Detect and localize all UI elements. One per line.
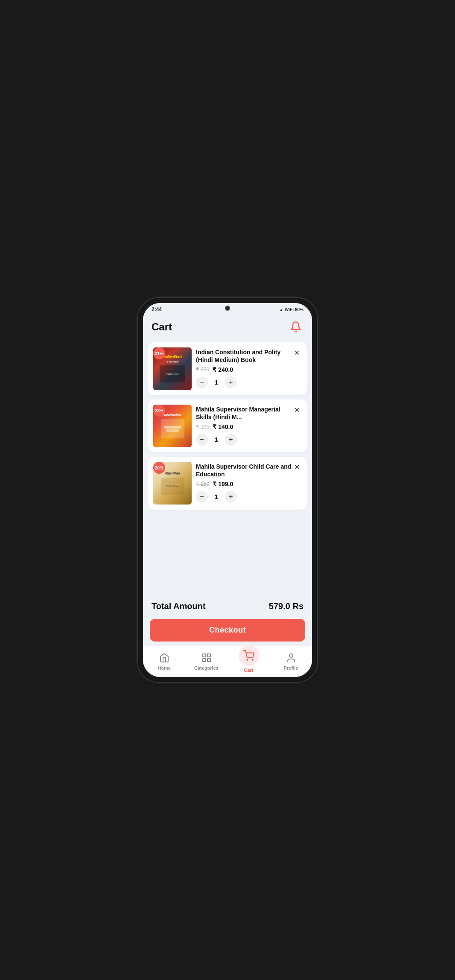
bell-icon[interactable] [288, 319, 303, 335]
nav-categories[interactable]: Categories [185, 652, 228, 671]
discount-badge-2: 28% [153, 405, 165, 417]
qty-value-2: 1 [213, 436, 220, 443]
original-price-1: ₹ 350 [196, 367, 209, 373]
quantity-control-3: − 1 + [196, 491, 302, 503]
status-time: 2:44 [152, 306, 162, 312]
svg-rect-1 [207, 654, 210, 657]
cart-item-2: 28% प्रबंधकीय कौशल Mah [148, 400, 307, 452]
qty-value-1: 1 [213, 379, 220, 386]
item-price-row-3: ₹ 250 ₹ 199.0 [196, 481, 302, 487]
nav-home-label: Home [158, 665, 171, 671]
phone-frame: 2:44 ▲ WiFi 80% Cart [138, 298, 317, 682]
nav-home[interactable]: Home [143, 652, 185, 671]
item-details-1: Indian Constitution and Polity (Hindi Me… [196, 347, 302, 388]
quantity-control-2: − 1 + [196, 434, 302, 446]
svg-point-4 [247, 659, 248, 660]
nav-profile-label: Profile [283, 665, 298, 671]
discount-badge-3: 20% [153, 462, 165, 474]
remove-item-2[interactable]: ✕ [292, 405, 302, 415]
nav-cart[interactable]: Cart [228, 650, 270, 673]
original-price-2: ₹ 195 [196, 424, 209, 430]
discounted-price-1: ₹ 240.0 [213, 366, 233, 373]
bottom-nav: Home Categories [143, 646, 312, 677]
wifi-icon: WiFi [285, 307, 294, 312]
page-title: Cart [152, 321, 172, 333]
header: Cart [143, 314, 312, 339]
item-name-2: Mahila Supervisor Managerial Skills (Hin… [196, 405, 302, 421]
item-name-1: Indian Constitution and Polity (Hindi Me… [196, 348, 302, 364]
remove-item-3[interactable]: ✕ [292, 462, 302, 472]
cart-item-3: 20% महिला पर्यवेक्षक Child Care Mahila S… [148, 457, 307, 510]
item-image-wrap-2: 28% प्रबंधकीय कौशल [153, 405, 192, 447]
item-name-3: Mahila Supervisor Child Care and Educati… [196, 463, 302, 478]
nav-cart-label: Cart [244, 668, 253, 673]
signal-icon: ▲ [279, 307, 283, 312]
home-icon [158, 652, 170, 664]
original-price-3: ₹ 250 [196, 481, 209, 487]
qty-decrease-3[interactable]: − [196, 491, 208, 503]
spacer [143, 513, 312, 595]
nav-profile[interactable]: Profile [270, 652, 312, 671]
qty-increase-3[interactable]: + [225, 491, 237, 503]
item-image-wrap-3: 20% महिला पर्यवेक्षक Child Care [153, 462, 192, 505]
discount-badge-1: 31% [153, 347, 165, 359]
discounted-price-3: ₹ 199.0 [213, 481, 233, 487]
status-icons: ▲ WiFi 80% [279, 307, 303, 312]
quantity-control-1: − 1 + [196, 376, 302, 388]
qty-decrease-1[interactable]: − [196, 376, 208, 388]
cart-nav-circle [239, 645, 259, 666]
item-price-row-1: ₹ 350 ₹ 240.0 [196, 366, 302, 373]
main-content: Cart 31% भारतीय संविधान [143, 314, 312, 677]
qty-increase-1[interactable]: + [225, 376, 237, 388]
discounted-price-2: ₹ 140.0 [213, 423, 233, 430]
total-amount: 579.0 Rs [269, 601, 303, 611]
battery-icon: 80% [295, 307, 303, 312]
svg-rect-3 [207, 659, 210, 662]
total-label: Total Amount [152, 601, 206, 611]
item-image-wrap-1: 31% भारतीय संविधान राजव्यवस्था Parliamen… [153, 347, 192, 390]
cart-item-1: 31% भारतीय संविधान राजव्यवस्था Parliamen… [148, 342, 307, 395]
cart-items-list: 31% भारतीय संविधान राजव्यवस्था Parliamen… [143, 339, 312, 513]
profile-icon [285, 652, 297, 664]
camera-notch [225, 306, 230, 311]
svg-rect-2 [203, 659, 206, 662]
qty-decrease-2[interactable]: − [196, 434, 208, 446]
categories-icon [201, 652, 213, 664]
nav-categories-label: Categories [194, 665, 219, 671]
total-section: Total Amount 579.0 Rs [143, 595, 312, 615]
qty-value-3: 1 [213, 493, 220, 500]
svg-point-5 [252, 659, 253, 660]
svg-rect-0 [203, 654, 206, 657]
qty-increase-2[interactable]: + [225, 434, 237, 446]
item-price-row-2: ₹ 195 ₹ 140.0 [196, 423, 302, 430]
phone-screen: 2:44 ▲ WiFi 80% Cart [143, 303, 312, 677]
svg-point-6 [289, 654, 293, 657]
checkout-button[interactable]: Checkout [150, 619, 305, 642]
item-details-3: Mahila Supervisor Child Care and Educati… [196, 462, 302, 503]
remove-item-1[interactable]: ✕ [292, 347, 302, 358]
item-details-2: Mahila Supervisor Managerial Skills (Hin… [196, 405, 302, 446]
